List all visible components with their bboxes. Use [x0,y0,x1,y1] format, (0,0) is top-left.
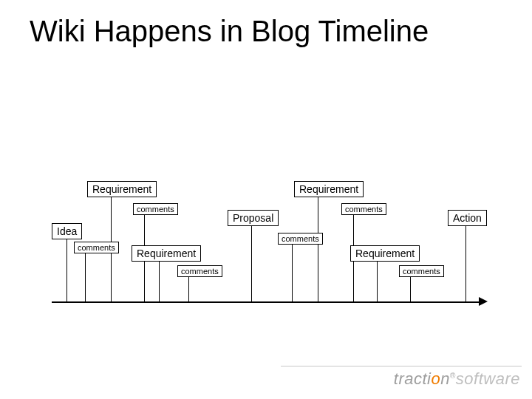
box-comments-top-left: comments [133,203,178,215]
box-requirement-top-left: Requirement [87,181,157,197]
stem-req-top-right [318,188,318,301]
box-proposal-comments: comments [278,233,323,245]
timeline-arrowhead [479,297,488,306]
box-comments-top-right: comments [341,203,386,215]
brand-logo: traction®software [394,369,520,389]
box-idea: Idea [52,223,82,239]
timeline-axis [52,301,480,303]
logo-text-a: tracti [394,369,432,388]
box-requirement-mid-right-comments: comments [399,265,444,277]
box-requirement-mid-right: Requirement [350,245,420,262]
timeline-diagram: Requirement comments Requirement comment… [0,0,532,399]
logo-text-n: n [440,369,450,388]
logo-registered: ® [450,372,456,380]
box-requirement-mid-left: Requirement [132,245,201,262]
logo-text-b: software [456,369,520,388]
logo-dot: o [431,369,440,388]
box-proposal: Proposal [228,210,279,226]
footer-rule [281,366,522,366]
stem-proposal [251,217,252,301]
box-action: Action [448,210,487,226]
box-requirement-mid-left-comments: comments [177,265,222,277]
box-idea-comments: comments [74,242,119,253]
box-requirement-top-right: Requirement [294,181,364,197]
stem-idea [66,231,67,301]
stem-idea-comments [85,248,86,301]
stem-proposal-comments [292,239,293,301]
stem-action [466,217,466,301]
